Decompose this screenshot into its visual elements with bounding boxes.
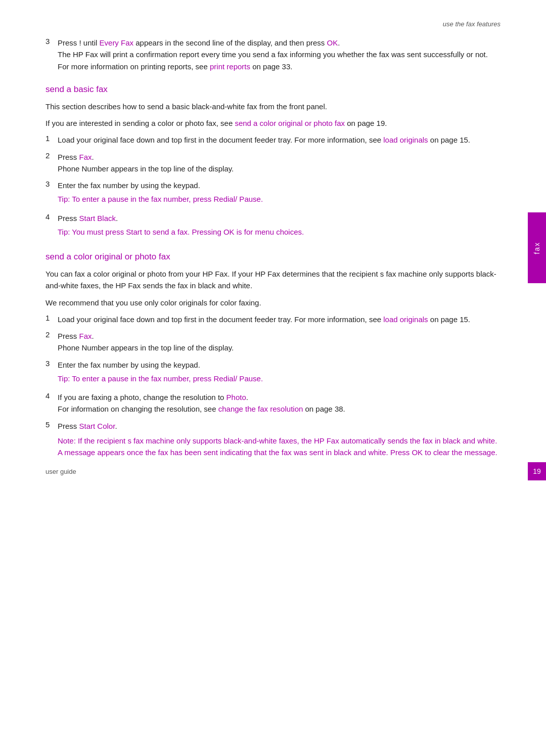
tip-text: Tip: You must press Start to send a fax.… xyxy=(58,226,500,238)
section2-heading: send a color original or photo fax xyxy=(46,252,500,262)
change-fax-resolution-link[interactable]: change the fax resolution xyxy=(218,405,303,413)
section1-para2: If you are interested in sending a color… xyxy=(46,117,500,129)
confirmation-report-text: The HP Fax will print a confirmation rep… xyxy=(58,49,500,60)
side-tab: fax xyxy=(528,212,546,283)
load-originals-link-s2[interactable]: load originals xyxy=(383,315,428,324)
section1-step3: 3 Enter the fax number by using the keyp… xyxy=(46,180,500,207)
step-content: If you are faxing a photo, change the re… xyxy=(58,391,500,415)
page-number: 19 xyxy=(528,462,546,480)
intro-step-3: 3 Press ! until Every Fax appears in the… xyxy=(46,37,500,72)
tip-text: Tip: To enter a pause in the fax number,… xyxy=(58,373,500,384)
step-sub-text: Phone Number appears in the top line of … xyxy=(58,163,500,174)
start-color-link[interactable]: Start Color xyxy=(79,422,115,430)
side-tab-label: fax xyxy=(533,242,541,254)
step-text: Press Fax. xyxy=(58,151,500,163)
note-text: Note: If the recipient s fax machine onl… xyxy=(58,435,500,459)
section2-step2: 2 Press Fax. Phone Number appears in the… xyxy=(46,330,500,354)
step-text: Press Fax. xyxy=(58,330,500,342)
step-number: 5 xyxy=(46,420,58,429)
start-black-link[interactable]: Start Black xyxy=(79,214,116,223)
step-text: Load your original face down and top fir… xyxy=(58,314,500,325)
step-sub-text: Phone Number appears in the top line of … xyxy=(58,342,500,353)
step-number: 2 xyxy=(46,151,58,160)
step-content: Load your original face down and top fir… xyxy=(58,314,500,325)
step-number: 3 xyxy=(46,180,58,188)
print-reports-text: For more information on printing reports… xyxy=(58,61,500,72)
page-footer: user guide 19 xyxy=(46,462,546,480)
section2-step1: 1 Load your original face down and top f… xyxy=(46,314,500,325)
step-text: Press Start Color. xyxy=(58,420,500,432)
section1-step4: 4 Press Start Black. Tip: You must press… xyxy=(46,212,500,240)
step-content: Press Fax. Phone Number appears in the t… xyxy=(58,151,500,175)
step-text: Load your original face down and top fir… xyxy=(58,134,500,146)
step-text: Enter the fax number by using the keypad… xyxy=(58,180,500,191)
page-header: use the fax features xyxy=(46,20,500,28)
step-text: If you are faxing a photo, change the re… xyxy=(58,391,500,403)
header-text: use the fax features xyxy=(443,20,500,28)
section1-step2: 2 Press Fax. Phone Number appears in the… xyxy=(46,151,500,175)
step-content: Enter the fax number by using the keypad… xyxy=(58,359,500,387)
fax-link-s2[interactable]: Fax xyxy=(79,332,92,340)
step-text: Enter the fax number by using the keypad… xyxy=(58,359,500,371)
photo-link[interactable]: Photo xyxy=(226,393,246,402)
step-sub-text: For information on changing the resoluti… xyxy=(58,403,500,415)
section1-heading: send a basic fax xyxy=(46,84,500,95)
section1-step1: 1 Load your original face down and top f… xyxy=(46,134,500,146)
step-content: Enter the fax number by using the keypad… xyxy=(58,180,500,207)
step-number: 4 xyxy=(46,391,58,400)
section2-step5: 5 Press Start Color. Note: If the recipi… xyxy=(46,420,500,461)
step-content: Press Start Color. Note: If the recipien… xyxy=(58,420,500,461)
every-fax-link[interactable]: Every Fax xyxy=(100,38,134,47)
step-number: 2 xyxy=(46,330,58,339)
step-content: Press Fax. Phone Number appears in the t… xyxy=(58,330,500,354)
step-content: Press ! until Every Fax appears in the s… xyxy=(58,37,500,72)
tip-text: Tip: To enter a pause in the fax number,… xyxy=(58,193,500,205)
step-main-text: Press ! until Every Fax appears in the s… xyxy=(58,37,500,49)
section2-para2: We recommend that you use only color ori… xyxy=(46,297,500,308)
footer-left-text: user guide xyxy=(46,468,76,475)
step-number: 3 xyxy=(46,37,58,46)
section1-para1: This section describes how to send a bas… xyxy=(46,101,500,112)
section2-para1: You can fax a color original or photo fr… xyxy=(46,268,500,292)
step-number: 1 xyxy=(46,134,58,143)
ok-link[interactable]: OK xyxy=(327,38,338,47)
step-content: Press Start Black. Tip: You must press S… xyxy=(58,212,500,240)
load-originals-link-s1[interactable]: load originals xyxy=(383,136,428,144)
step-text: Press Start Black. xyxy=(58,212,500,224)
step-content: Load your original face down and top fir… xyxy=(58,134,500,146)
step-number: 4 xyxy=(46,212,58,221)
print-reports-link[interactable]: print reports xyxy=(210,62,250,71)
step-number: 3 xyxy=(46,359,58,368)
fax-link-s1[interactable]: Fax xyxy=(79,153,92,161)
section2-step3: 3 Enter the fax number by using the keyp… xyxy=(46,359,500,387)
section2-step4: 4 If you are faxing a photo, change the … xyxy=(46,391,500,415)
step-number: 1 xyxy=(46,314,58,322)
color-photo-fax-link[interactable]: send a color original or photo fax xyxy=(235,119,345,127)
